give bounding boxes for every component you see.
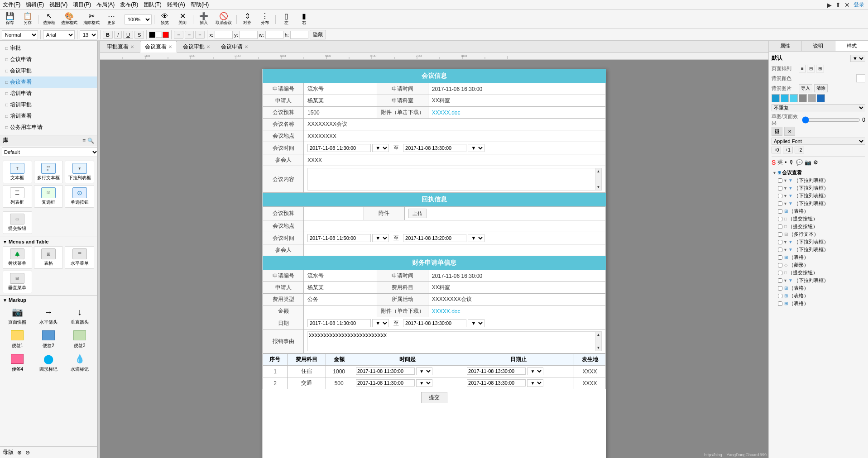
- frame-slider[interactable]: [802, 116, 860, 124]
- menu-account[interactable]: 账号(A): [167, 1, 185, 9]
- meeting-end-select[interactable]: ▼: [468, 144, 484, 152]
- color-black[interactable]: [149, 32, 155, 38]
- tree-item-10[interactable]: ⊞ （表格）: [777, 253, 865, 261]
- image-btn-1[interactable]: 🖼: [772, 127, 782, 136]
- preview-button[interactable]: 👁 预览: [157, 11, 173, 27]
- textarea-scroll-up[interactable]: ▲: [597, 169, 600, 173]
- align-left-button[interactable]: ≡: [174, 31, 183, 39]
- canvas-background[interactable]: 会议信息 申请编号 流水号 申请时间 2017-11-06 16:30:00 申…: [100, 60, 768, 458]
- tree-check-2[interactable]: [778, 194, 782, 198]
- component-vmenu[interactable]: ⊟ 垂直菜单: [3, 271, 32, 293]
- component-submit[interactable]: ▭ 提交按钮: [3, 211, 32, 234]
- style-select[interactable]: Normal: [2, 30, 38, 39]
- cancel-meeting-button[interactable]: 🚫 取消会议: [213, 11, 234, 27]
- tree-item-9[interactable]: ▼ ▼ （下拉列表框）: [777, 246, 865, 253]
- distribute-button[interactable]: ⋮ 分布: [257, 11, 273, 27]
- fin-end-select[interactable]: ▼: [468, 319, 484, 327]
- teal-btn-6[interactable]: [817, 94, 825, 102]
- markup-watermark[interactable]: 💧 水滴标记: [65, 352, 94, 373]
- markup-sticky3[interactable]: 便签3: [65, 328, 94, 350]
- library-icon2[interactable]: 🔍: [87, 138, 94, 144]
- textarea2-scroll-down[interactable]: ▼: [597, 346, 600, 350]
- tree-check-0[interactable]: [778, 178, 782, 183]
- sidebar-item-meeting-view[interactable]: □ 会议查看: [0, 76, 97, 88]
- applied-font-select[interactable]: Applied Font: [772, 138, 865, 145]
- tree-check-5[interactable]: [778, 217, 782, 221]
- upload-button[interactable]: 上传: [408, 209, 427, 218]
- library-icons[interactable]: ≡ 🔍: [82, 138, 94, 144]
- component-table[interactable]: ⊞ 表格: [34, 246, 63, 269]
- bold-button[interactable]: B: [103, 31, 113, 39]
- default-select[interactable]: ▼: [850, 55, 865, 62]
- menu-publish[interactable]: 发布(B): [120, 1, 138, 9]
- right-align-button[interactable]: ▮ 右: [296, 11, 312, 27]
- tree-check-13[interactable]: [778, 278, 782, 283]
- sidebar-item-audit[interactable]: □ 审批: [0, 43, 97, 54]
- meeting-end-input[interactable]: [403, 144, 466, 152]
- icon-chat[interactable]: 💬: [796, 159, 803, 166]
- tab-close-2[interactable]: ✕: [206, 44, 210, 49]
- tree-item-13[interactable]: ▼ ▼ （下拉列表框）: [777, 277, 865, 284]
- more-button[interactable]: ⋯ 更多: [103, 11, 120, 27]
- font-size-select[interactable]: 13: [80, 30, 98, 39]
- teal-btn-1[interactable]: [772, 94, 780, 102]
- value-fin-attachment[interactable]: XXXXX.doc: [428, 305, 605, 317]
- tab-meeting-view[interactable]: 会议查看 ✕: [140, 41, 177, 52]
- tree-check-4[interactable]: [778, 209, 782, 214]
- save-as-button[interactable]: 📋 另存: [19, 11, 36, 27]
- expense-start-sel-2[interactable]: ▼: [416, 379, 432, 387]
- tree-check-10[interactable]: [778, 255, 782, 260]
- tree-check-6[interactable]: [778, 224, 782, 229]
- tree-check-8[interactable]: [778, 240, 782, 244]
- tab-close-3[interactable]: ✕: [245, 44, 248, 49]
- component-dropdown[interactable]: ▼ 下拉列表框: [65, 161, 94, 183]
- expense-end-input-1[interactable]: [467, 367, 526, 375]
- select-button[interactable]: ↖ 选择框: [41, 11, 58, 27]
- tree-root[interactable]: ▼ ⊞ 会议查看: [772, 169, 865, 177]
- component-list[interactable]: ━━━━ 列表框: [3, 185, 32, 208]
- tree-check-12[interactable]: [778, 271, 782, 275]
- expense-end-sel-2[interactable]: ▼: [527, 379, 543, 387]
- expense-start-input-1[interactable]: [356, 367, 415, 375]
- tree-item-14[interactable]: ⊞ （表格）: [777, 284, 865, 292]
- tree-check-7[interactable]: [778, 232, 782, 237]
- meeting-start-input[interactable]: [307, 144, 371, 152]
- strike-button[interactable]: S: [134, 31, 144, 39]
- icon-mic[interactable]: 🎙: [789, 159, 794, 166]
- save-button[interactable]: 💾 保存: [2, 11, 18, 27]
- close-button[interactable]: ✕ 关闭: [174, 11, 191, 27]
- tree-item-3[interactable]: ▼ ▼ （下拉列表框）: [777, 200, 865, 207]
- tree-check-15[interactable]: [778, 294, 782, 298]
- sidebar-item-train-view[interactable]: □ 培训查看: [0, 110, 97, 122]
- color-white[interactable]: [156, 32, 162, 38]
- library-default-select[interactable]: Default: [2, 147, 97, 157]
- tree-item-12[interactable]: □ （提交按钮）: [777, 269, 865, 277]
- meeting-start-select[interactable]: ▼: [372, 144, 389, 152]
- component-radio[interactable]: ⊙ 单选按钮: [65, 185, 94, 208]
- tree-item-15[interactable]: ⊞ （表格）: [777, 292, 865, 300]
- top-upload-icon[interactable]: ⬆: [835, 1, 841, 9]
- left-align-button[interactable]: ▯ 左: [278, 11, 294, 27]
- sidebar-item-meeting-apply[interactable]: □ 会议申请: [0, 54, 97, 65]
- tree-item-16[interactable]: ⊞ （表格）: [777, 300, 865, 307]
- tab-audit-view[interactable]: 审批查看 ✕: [102, 41, 139, 52]
- right-tab-style[interactable]: 样式: [835, 41, 868, 51]
- menu-view[interactable]: 视图(V): [49, 1, 67, 9]
- image-btn-2[interactable]: ✕: [784, 127, 795, 136]
- component-textarea[interactable]: ≡≡≡ 多行文本框: [34, 161, 63, 183]
- bg-color-picker[interactable]: [856, 74, 865, 82]
- hidden-button[interactable]: 隐藏: [310, 30, 326, 39]
- tree-check-9[interactable]: [778, 248, 782, 252]
- y-input[interactable]: [240, 31, 258, 39]
- reply-end-input[interactable]: [403, 234, 466, 242]
- expense-end-input-2[interactable]: [467, 379, 526, 386]
- x-input[interactable]: [215, 31, 233, 39]
- icon-bullet[interactable]: •: [785, 159, 786, 166]
- w-input[interactable]: [265, 31, 283, 39]
- markup-harrow[interactable]: → 水平箭头: [34, 305, 63, 326]
- markup-varrow[interactable]: ↓ 垂直箭头: [65, 305, 94, 326]
- icon-settings[interactable]: ⚙: [813, 159, 818, 166]
- right-tab-description[interactable]: 说明: [802, 41, 835, 51]
- fin-start-input[interactable]: [307, 319, 371, 327]
- markup-title[interactable]: ▼ Markup: [3, 297, 94, 303]
